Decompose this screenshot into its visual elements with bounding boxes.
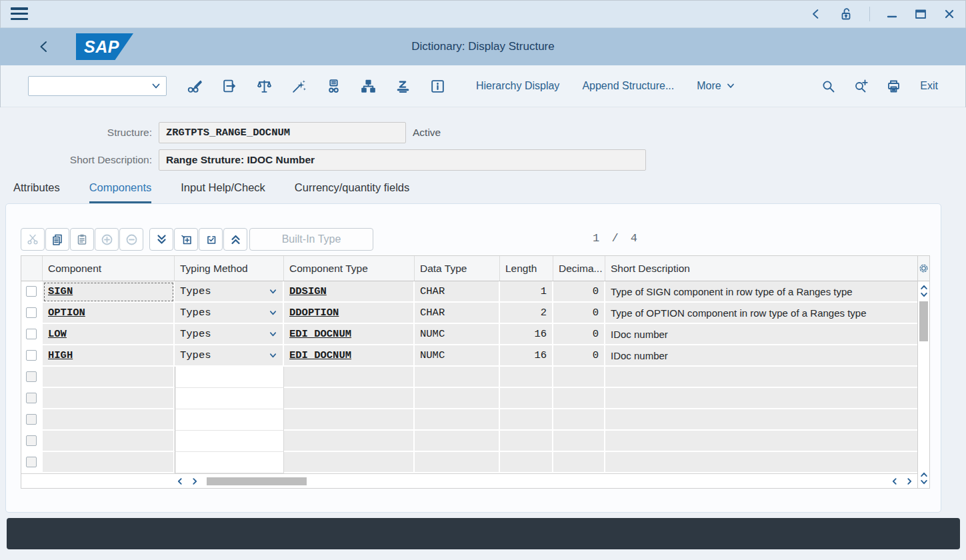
scroll-up-icon[interactable]: [920, 471, 928, 477]
menu-icon[interactable]: [11, 7, 28, 20]
built-in-type-button[interactable]: Built-In Type: [249, 228, 373, 251]
typing-method-dropdown[interactable]: Types: [175, 303, 284, 324]
scroll-right-icon[interactable]: [905, 477, 913, 485]
component-cell[interactable]: HIGH: [43, 345, 175, 367]
tab-currency-quantity-fields[interactable]: Currency/quantity fields: [295, 181, 409, 203]
nav-back-icon[interactable]: [809, 7, 823, 21]
scroll-left-icon[interactable]: [891, 477, 899, 485]
chevron-down-icon[interactable]: [151, 81, 166, 91]
scroll-left-icon[interactable]: [176, 477, 184, 485]
add-row-button[interactable]: [95, 228, 119, 251]
runtime-object-icon[interactable]: [395, 78, 411, 95]
tab-attributes[interactable]: Attributes: [13, 181, 60, 203]
component-type-cell[interactable]: DDSIGN: [284, 281, 415, 303]
scroll-down-icon[interactable]: [920, 479, 928, 485]
short-description-field[interactable]: [159, 149, 646, 171]
length-cell: 1: [500, 281, 553, 303]
column-header-length[interactable]: Length: [500, 256, 553, 281]
component-type-cell[interactable]: EDI_DOCNUM: [284, 324, 415, 345]
column-header-decimals[interactable]: Decima...: [553, 256, 605, 281]
where-used-list-icon[interactable]: [325, 78, 342, 95]
component-cell[interactable]: LOW: [43, 324, 175, 345]
column-header-component[interactable]: Component: [43, 256, 175, 281]
component-type-cell[interactable]: EDI_DOCNUM: [284, 345, 415, 367]
hscroll-thumb[interactable]: [207, 477, 307, 485]
delete-row-button[interactable]: [199, 228, 223, 251]
table-settings-gear-icon[interactable]: [918, 256, 929, 281]
scroll-up-icon[interactable]: [920, 284, 928, 290]
search-more-icon[interactable]: [853, 79, 869, 94]
row-checkbox[interactable]: [26, 329, 37, 339]
short-description-cell: IDoc number: [605, 324, 917, 345]
insert-row-button[interactable]: [174, 228, 198, 251]
structure-field[interactable]: [159, 122, 406, 143]
tab-input-help-check[interactable]: Input Help/Check: [181, 181, 265, 203]
exit-button[interactable]: Exit: [920, 80, 938, 92]
cut-button[interactable]: [21, 228, 45, 251]
decimals-cell: 0: [553, 303, 605, 324]
table-row: OPTION Types DDOPTION CHAR 2 0 Type of O…: [21, 303, 917, 324]
tab-components[interactable]: Components: [89, 181, 152, 203]
print-icon[interactable]: [886, 79, 901, 94]
row-checkbox[interactable]: [26, 435, 37, 446]
row-checkbox[interactable]: [26, 457, 37, 467]
paste-button[interactable]: [70, 228, 94, 251]
typing-method-dropdown[interactable]: Types: [175, 281, 284, 303]
display-change-icon[interactable]: [187, 78, 203, 95]
row-checkbox[interactable]: [26, 307, 37, 318]
vscroll-thumb[interactable]: [919, 301, 928, 341]
close-icon[interactable]: [943, 8, 955, 20]
chevron-down-icon: [269, 309, 277, 317]
data-type-cell: CHAR: [415, 303, 500, 324]
more-button[interactable]: More: [697, 80, 735, 92]
collapse-all-icon[interactable]: [223, 228, 247, 251]
expand-all-icon[interactable]: [149, 228, 173, 251]
command-input[interactable]: [29, 81, 151, 91]
decimals-cell: 0: [553, 345, 605, 367]
hierarchy-display-button[interactable]: Hierarchy Display: [476, 80, 559, 92]
short-description-cell: Type of SIGN component in row type of a …: [605, 281, 917, 303]
column-header-data-type[interactable]: Data Type: [415, 256, 500, 281]
column-header-short-description[interactable]: Short Description: [605, 256, 917, 281]
divider: [869, 7, 870, 21]
sap-logo: SAP: [76, 33, 133, 60]
component-type-cell[interactable]: DDOPTION: [284, 303, 415, 324]
copy-object-icon[interactable]: [221, 78, 238, 95]
unlock-icon[interactable]: [839, 7, 853, 21]
decimals-cell: 0: [553, 324, 605, 345]
hierarchy-icon[interactable]: [360, 78, 377, 95]
row-checkbox[interactable]: [26, 371, 37, 382]
row-checkbox[interactable]: [26, 286, 37, 297]
command-field[interactable]: [28, 76, 167, 96]
minimize-icon[interactable]: [886, 8, 898, 20]
activate-icon[interactable]: [291, 78, 307, 95]
remove-row-button[interactable]: [119, 228, 143, 251]
search-icon[interactable]: [821, 79, 836, 94]
column-header-typing-method[interactable]: Typing Method: [175, 256, 284, 281]
back-icon[interactable]: [37, 39, 51, 54]
scroll-right-icon[interactable]: [191, 477, 199, 485]
information-icon[interactable]: [429, 78, 446, 95]
row-checkbox[interactable]: [26, 414, 37, 425]
table-empty-row: [21, 367, 917, 388]
horizontal-scrollbar[interactable]: [21, 473, 917, 488]
typing-method-dropdown[interactable]: Types: [175, 345, 284, 367]
typing-method-dropdown[interactable]: Types: [175, 324, 284, 345]
component-cell[interactable]: OPTION: [43, 303, 175, 324]
check-icon[interactable]: [256, 78, 273, 95]
vertical-scrollbar[interactable]: [917, 256, 929, 488]
copy-button[interactable]: [45, 228, 69, 251]
application-toolbar: Hierarchy Display Append Structure... Mo…: [0, 65, 966, 107]
select-all-header-cell[interactable]: [21, 256, 43, 281]
table-header-row: Component Typing Method Component Type D…: [21, 256, 917, 281]
component-cell[interactable]: SIGN: [43, 281, 175, 303]
row-checkbox[interactable]: [26, 350, 37, 361]
scroll-down-icon[interactable]: [920, 292, 928, 298]
column-header-component-type[interactable]: Component Type: [284, 256, 415, 281]
data-type-cell: CHAR: [415, 281, 500, 303]
append-structure-button[interactable]: Append Structure...: [582, 80, 674, 92]
decimals-cell: 0: [553, 281, 605, 303]
components-tab-panel: Built-In Type 1 / 4 Component Typing Met…: [5, 203, 941, 513]
maximize-icon[interactable]: [914, 7, 927, 21]
row-checkbox[interactable]: [26, 393, 37, 403]
